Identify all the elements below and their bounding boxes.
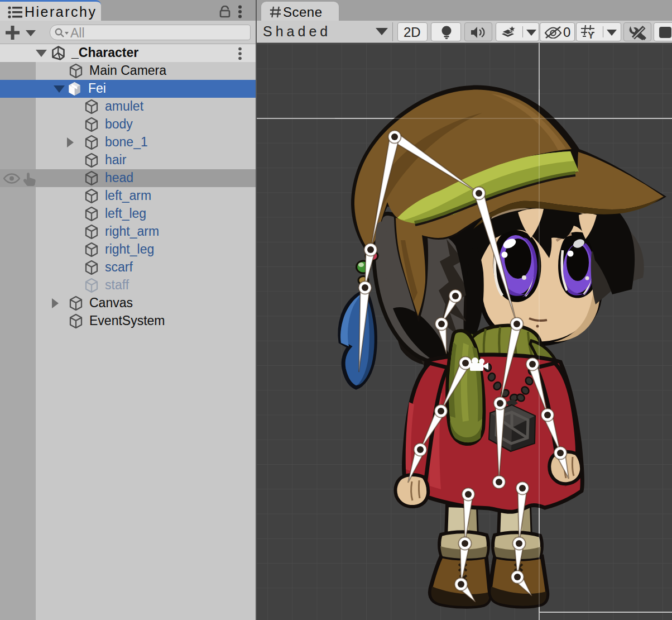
svg-text:Y: Y — [588, 30, 594, 41]
